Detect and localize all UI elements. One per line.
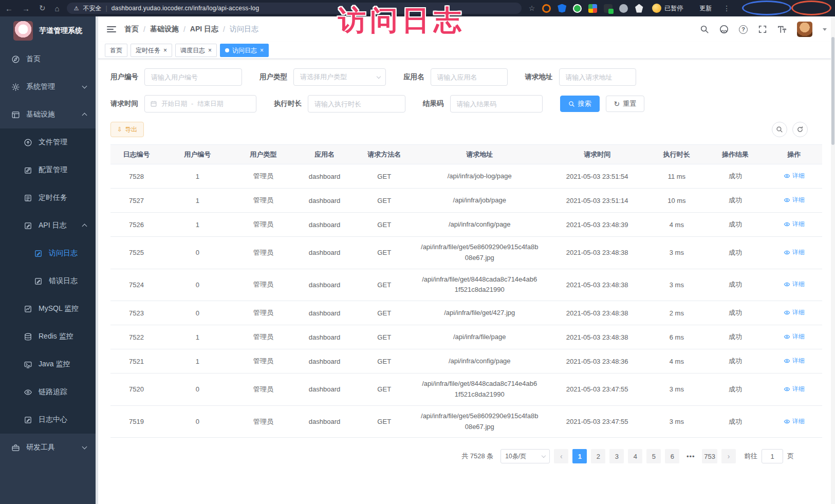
font-size-icon[interactable]	[777, 25, 787, 34]
duration-input[interactable]	[308, 95, 405, 113]
address-bar[interactable]: ⚠ 不安全 | dashboard.yudao.iocoder.cn/infra…	[67, 3, 522, 14]
extension-icon[interactable]	[635, 4, 643, 13]
date-range-picker[interactable]: 开始日期 - 结束日期	[144, 95, 256, 113]
browser-menu-icon[interactable]: ⋮	[723, 4, 730, 12]
table-row[interactable]: 7523 0 管理员 dashboard GET /api/infra/file…	[110, 301, 822, 325]
extension-icon[interactable]	[588, 4, 597, 13]
extension-icon[interactable]	[558, 4, 566, 13]
reset-button[interactable]: ↻ 重置	[606, 96, 645, 112]
github-icon[interactable]	[719, 25, 729, 34]
tag-view-tab[interactable]: 调度日志 ×	[175, 44, 217, 57]
request-url-input[interactable]	[559, 68, 636, 86]
sidebar-item-api-log[interactable]: API 日志	[0, 212, 98, 239]
user-avatar[interactable]	[797, 22, 812, 37]
fullscreen-icon[interactable]	[758, 25, 767, 34]
sidebar-item-java-monitor[interactable]: Java 监控	[0, 350, 98, 378]
table-row[interactable]: 7522 1 管理员 dashboard GET /api/infra/file…	[110, 325, 822, 349]
extension-icon[interactable]	[573, 4, 582, 13]
prev-page-button[interactable]: ‹	[554, 449, 568, 463]
detail-link[interactable]: 详细	[784, 417, 805, 426]
page-size-select[interactable]: 10条/页	[500, 449, 550, 463]
sidebar-item-access-log[interactable]: 访问日志	[0, 239, 98, 267]
tag-view-tab[interactable]: 首页	[105, 44, 127, 57]
sidebar-item-scheduled-jobs[interactable]: 定时任务	[0, 184, 98, 212]
sidebar-item-home[interactable]: 首页	[0, 45, 98, 73]
caret-down-icon[interactable]	[823, 28, 827, 31]
user-id-input[interactable]	[144, 68, 242, 86]
page-number-button[interactable]: 6	[665, 449, 679, 463]
tag-view-tab[interactable]: 访问日志 ×	[220, 44, 269, 57]
sidebar-scrollbar[interactable]	[96, 16, 98, 504]
detail-link[interactable]: 详细	[784, 280, 805, 289]
table-row[interactable]: 7519 0 管理员 dashboard GET /api/infra/file…	[110, 405, 822, 438]
refresh-button[interactable]	[792, 122, 808, 137]
detail-link[interactable]: 详细	[784, 220, 805, 229]
extension-icon[interactable]	[604, 4, 613, 13]
table-row[interactable]: 7528 1 管理员 dashboard GET /api/infra/job-…	[110, 164, 822, 189]
table-row[interactable]: 7525 0 管理员 dashboard GET /api/infra/file…	[110, 237, 822, 269]
close-icon[interactable]: ×	[260, 47, 264, 53]
breadcrumb-item[interactable]: 基础设施	[150, 25, 179, 34]
toggle-search-button[interactable]	[772, 122, 787, 137]
page-number-button[interactable]: 2	[591, 449, 605, 463]
detail-link[interactable]: 详细	[784, 332, 805, 341]
cell-app-name: dashboard	[294, 189, 355, 213]
sidebar-item-infrastructure[interactable]: 基础设施	[0, 101, 98, 128]
goto-page-input[interactable]	[762, 449, 783, 463]
back-icon[interactable]: ←	[5, 4, 13, 13]
table-row[interactable]: 7521 1 管理员 dashboard GET /api/infra/conf…	[110, 349, 822, 374]
tab-label: 首页	[110, 46, 122, 55]
home-icon[interactable]: ⌂	[55, 4, 60, 13]
table-row[interactable]: 7526 1 管理员 dashboard GET /api/infra/conf…	[110, 213, 822, 237]
sidebar-item-system-mgmt[interactable]: 系统管理	[0, 73, 98, 101]
search-button[interactable]: 搜索	[560, 96, 600, 112]
tag-view-tab[interactable]: 定时任务 ×	[131, 44, 172, 57]
extension-icon[interactable]	[542, 4, 551, 13]
sidebar-item-mysql-monitor[interactable]: MySQL 监控	[0, 295, 98, 323]
detail-link[interactable]: 详细	[784, 385, 805, 394]
bookmark-star-icon[interactable]: ☆	[529, 4, 535, 12]
page-number-button[interactable]: •••	[683, 449, 698, 463]
reload-icon[interactable]: ↻	[39, 4, 46, 13]
close-icon[interactable]: ×	[208, 47, 212, 53]
close-icon[interactable]: ×	[163, 47, 167, 53]
result-code-input[interactable]	[450, 95, 543, 113]
help-icon[interactable]: ?	[739, 25, 748, 34]
browser-update-button[interactable]: 更新	[695, 3, 716, 14]
sidebar-item-dev-tools[interactable]: 研发工具	[0, 434, 98, 461]
detail-link[interactable]: 详细	[784, 196, 805, 204]
detail-link[interactable]: 详细	[784, 172, 805, 180]
breadcrumb-item[interactable]: 首页	[124, 25, 139, 34]
page-number-button[interactable]: 5	[646, 449, 661, 463]
next-page-button[interactable]: ›	[721, 449, 736, 463]
app-name-input[interactable]	[431, 68, 508, 86]
page-scrollbar-thumb[interactable]	[831, 37, 834, 145]
page-scrollbar[interactable]	[831, 16, 835, 504]
user-type-select[interactable]: 请选择用户类型	[293, 68, 386, 86]
extension-icon[interactable]	[619, 4, 628, 13]
profile-chip[interactable]: 已暂停	[651, 3, 688, 14]
eye-icon	[784, 333, 790, 340]
export-button[interactable]: ⇩ 导出	[110, 122, 144, 137]
sidebar-item-trace[interactable]: 链路追踪	[0, 378, 98, 406]
sidebar-item-config-mgmt[interactable]: 配置管理	[0, 156, 98, 184]
sidebar-item-error-log[interactable]: 错误日志	[0, 267, 98, 295]
sidebar-toggle-icon[interactable]	[107, 26, 116, 32]
page-number-button[interactable]: 1	[572, 449, 587, 463]
table-row[interactable]: 7520 0 管理员 dashboard GET /api/infra/file…	[110, 374, 822, 406]
table-row[interactable]: 7527 1 管理员 dashboard GET /api/infra/job/…	[110, 189, 822, 213]
sidebar-item-log-center[interactable]: 日志中心	[0, 406, 98, 434]
sidebar-item-redis-monitor[interactable]: Redis 监控	[0, 323, 98, 350]
cell-request-url: /api/infra/file/page	[413, 325, 546, 349]
search-icon[interactable]	[700, 25, 709, 34]
page-number-button[interactable]: 4	[628, 449, 642, 463]
detail-link[interactable]: 详细	[784, 248, 805, 257]
detail-link[interactable]: 详细	[784, 357, 805, 365]
table-row[interactable]: 7524 0 管理员 dashboard GET /api/infra/file…	[110, 269, 822, 301]
page-number-button[interactable]: 3	[609, 449, 624, 463]
sidebar-item-file-mgmt[interactable]: 文件管理	[0, 128, 98, 156]
page-number-button[interactable]: 753	[702, 449, 717, 463]
breadcrumb-item[interactable]: API 日志	[190, 25, 218, 34]
detail-link[interactable]: 详细	[784, 308, 805, 317]
forward-icon[interactable]: →	[22, 4, 30, 13]
